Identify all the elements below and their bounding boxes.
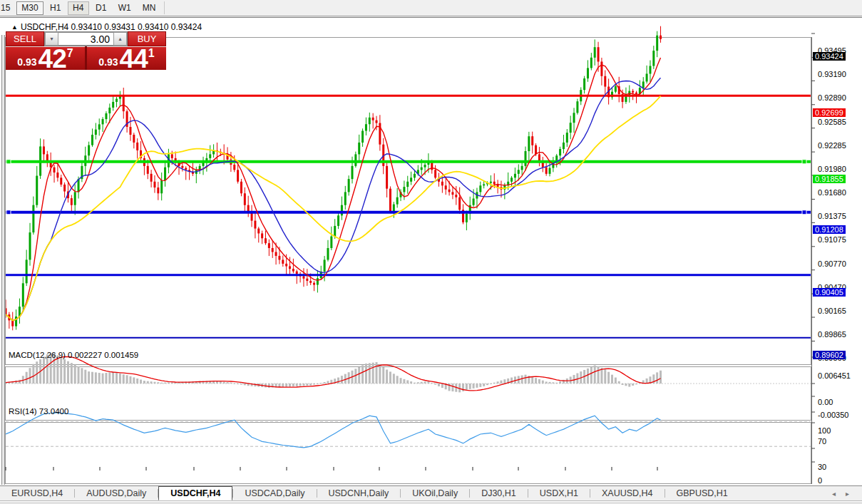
macd-axis-label: 0.006451: [818, 371, 851, 380]
price-tick-label: 0.91075: [818, 235, 846, 244]
price-tick-label: 0.91680: [818, 188, 846, 197]
tab-scroll-controls: ◂▸: [832, 486, 862, 500]
buy-price-main: 44: [120, 48, 148, 70]
tab-ukoil-daily[interactable]: UKOil,Daily: [401, 486, 469, 500]
hline-price-label: 0.91208: [813, 225, 846, 234]
price-chart-pane[interactable]: [5, 37, 811, 365]
price-tick-label: 0.89865: [818, 330, 846, 339]
tab-dj30-h1[interactable]: DJ30,H1: [470, 486, 528, 500]
timeframe-button-H4[interactable]: H4: [68, 1, 89, 15]
one-click-trade-panel: SELL ▾ 3.00 ▴ BUY 0.93 42 7 0.93 44 1: [6, 31, 166, 70]
tab-usdcnh-daily[interactable]: USDCNH,Daily: [317, 486, 401, 500]
rsi-indicator-label: RSI(14) 73.0400: [9, 407, 68, 416]
timeframe-toolbar: 15M30H1H4D1W1MN: [0, 0, 862, 16]
price-tick-label: 0.92585: [818, 118, 846, 126]
timeframe-button-15[interactable]: 15: [0, 1, 15, 15]
rsi-pane[interactable]: [5, 422, 811, 484]
volume-field[interactable]: 3.00: [58, 32, 113, 46]
sell-price-pip: 7: [67, 47, 73, 60]
buy-price-pip: 1: [148, 47, 155, 60]
sell-price-main: 42: [39, 48, 66, 70]
hline-price-label: 0.90405: [813, 288, 846, 297]
tab-scroll-right-icon[interactable]: ▸: [846, 490, 849, 498]
rsi-axis-label: 30: [818, 463, 826, 471]
tab-usdcad-daily[interactable]: USDCAD,Daily: [233, 486, 316, 500]
tab-eurusd-h4[interactable]: EURUSD,H4: [0, 486, 74, 500]
chevron-up-icon: ▴: [118, 36, 121, 42]
volume-stepper: ▾ 3.00 ▴: [44, 31, 128, 46]
price-tick-label: 0.91375: [818, 212, 846, 220]
toolbar-separator: [164, 1, 165, 14]
price-tick-label: 0.93190: [818, 70, 846, 78]
hline-price-label: 0.91855: [813, 175, 846, 183]
tab-scroll-left-icon[interactable]: ◂: [832, 490, 836, 498]
timeframe-button-MN[interactable]: MN: [138, 1, 161, 15]
volume-decrease-button[interactable]: ▾: [45, 32, 58, 46]
tab-usdx-h1[interactable]: USDX,H1: [528, 486, 590, 500]
chart-window: 0.934950.931900.928900.925850.922850.919…: [0, 17, 862, 485]
timeframe-button-H1[interactable]: H1: [45, 1, 66, 15]
macd-pane[interactable]: [5, 366, 811, 421]
tab-xauusd-h4[interactable]: XAUUSD,H4: [590, 486, 665, 500]
chevron-down-icon: ▾: [50, 36, 53, 42]
timeframe-button-D1[interactable]: D1: [91, 1, 112, 15]
sell-quote-panel[interactable]: 0.93 42 7: [6, 46, 85, 70]
hline-price-label: 0.89602: [813, 351, 846, 359]
symbol-ohlc-text: USDCHF,H4 0.93410 0.93431 0.93410 0.9342…: [21, 22, 202, 32]
current-price-label: 0.93424: [813, 52, 846, 61]
volume-increase-button[interactable]: ▴: [113, 32, 127, 46]
price-tick-label: 0.91980: [818, 165, 846, 173]
buy-price-prefix: 0.93: [98, 56, 118, 68]
collapse-triangle-icon[interactable]: ▲: [11, 24, 18, 31]
price-axis-column: 0.934950.931900.928900.925850.922850.919…: [811, 37, 862, 484]
macd-axis-label: 0.00: [818, 398, 833, 406]
tab-usdchf-h4[interactable]: USDCHF,H4: [158, 486, 232, 500]
macd-indicator-label: MACD(12,26,9) 0.002227 0.001459: [9, 351, 138, 359]
tab-gbpusd-h1[interactable]: GBPUSD,H1: [665, 486, 739, 500]
trading-platform-window: 15M30H1H4D1W1MN 0.934950.931900.928900.9…: [0, 0, 862, 504]
price-tick-label: 0.92890: [818, 93, 846, 102]
sell-price-prefix: 0.93: [17, 56, 36, 68]
price-tick-label: 0.92285: [818, 141, 846, 150]
price-tick-label: 0.90165: [818, 307, 846, 315]
timeframe-button-W1[interactable]: W1: [113, 1, 136, 15]
symbol-header: ▲USDCHF,H4 0.93410 0.93431 0.93410 0.934…: [11, 22, 202, 32]
rsi-axis-label: 0: [818, 476, 822, 485]
tab-audusd-daily[interactable]: AUDUSD,Daily: [75, 486, 158, 500]
hline-price-label: 0.92699: [813, 108, 846, 117]
buy-button[interactable]: BUY: [128, 31, 166, 46]
rsi-axis-label: 100: [818, 426, 831, 435]
macd-axis-label: -0.00350: [818, 411, 848, 419]
rsi-axis-label: 70: [818, 437, 826, 446]
sell-button[interactable]: SELL: [6, 31, 44, 46]
price-tick-label: 0.90770: [818, 259, 846, 268]
symbol-tab-bar: EURUSD,H4AUDUSD,DailyUSDCHF,H4USDCAD,Dai…: [0, 485, 862, 501]
buy-quote-panel[interactable]: 0.93 44 1: [87, 46, 166, 70]
timeframe-button-M30[interactable]: M30: [16, 1, 43, 15]
